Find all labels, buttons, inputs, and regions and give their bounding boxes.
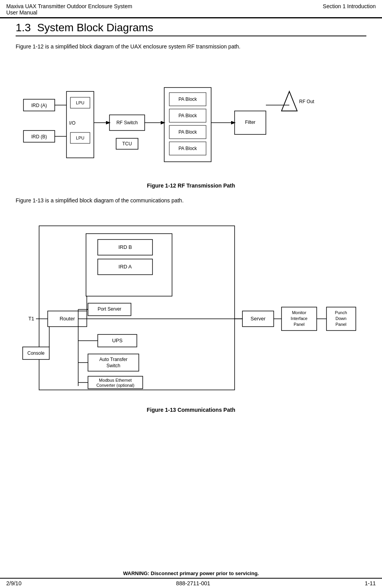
- svg-text:Console: Console: [27, 350, 45, 356]
- intro-text-1: Figure 1-12 is a simplified block diagra…: [16, 43, 366, 51]
- svg-text:Port Server: Port Server: [98, 306, 122, 312]
- footer: WARNING: Disconnect primary power prior …: [0, 569, 382, 588]
- svg-text:IRD A: IRD A: [118, 264, 132, 270]
- footer-date: 2/9/10: [6, 580, 22, 586]
- section-heading: 1.3 System Block Diagrams: [16, 21, 366, 36]
- svg-text:Server: Server: [251, 316, 266, 322]
- svg-text:LPU: LPU: [76, 136, 84, 140]
- svg-text:UPS: UPS: [112, 338, 123, 343]
- footer-page: 1-11: [365, 580, 376, 586]
- fig13-caption: Figure 1-13 Communications Path: [16, 407, 366, 413]
- header-left: Maxiva UAX Transmitter Outdoor Enclosure…: [6, 3, 132, 16]
- svg-text:IRD (A): IRD (A): [31, 103, 47, 108]
- intro-text-2: Figure 1-13 is a simplified block diagra…: [16, 197, 366, 205]
- svg-text:Modbus Ethernet: Modbus Ethernet: [99, 378, 132, 382]
- svg-text:I/O: I/O: [69, 120, 75, 126]
- svg-text:Punch: Punch: [335, 310, 347, 315]
- svg-text:Router: Router: [59, 316, 75, 322]
- svg-text:PA Block: PA Block: [178, 113, 197, 118]
- svg-text:Down: Down: [335, 316, 346, 321]
- svg-text:IRD B: IRD B: [118, 244, 132, 250]
- svg-text:Monitor: Monitor: [292, 310, 307, 315]
- svg-text:LPU: LPU: [76, 100, 84, 105]
- fig12-caption: Figure 1-12 RF Transmission Path: [16, 182, 366, 189]
- svg-text:IRD (B): IRD (B): [31, 134, 47, 139]
- svg-text:PA Block: PA Block: [178, 97, 197, 102]
- svg-text:PA Block: PA Block: [178, 129, 197, 135]
- svg-text:Switch: Switch: [106, 363, 120, 368]
- svg-text:Converter (optional): Converter (optional): [96, 383, 134, 388]
- svg-text:RF Out: RF Out: [299, 99, 314, 104]
- header-title: Maxiva UAX Transmitter Outdoor Enclosure…: [6, 3, 132, 9]
- svg-text:TCU: TCU: [122, 141, 132, 147]
- footer-warning: WARNING: Disconnect primary power prior …: [0, 569, 382, 578]
- header-section: Section 1 Introduction: [323, 3, 376, 9]
- comm-diagram: IRD B IRD A Port Server Router T1 Consol…: [16, 214, 366, 403]
- svg-text:PA Block: PA Block: [178, 146, 197, 151]
- rf-diagram: IRD (A) IRD (B) I/O LPU LPU RF Switch TC…: [16, 60, 366, 179]
- svg-text:Panel: Panel: [335, 322, 346, 327]
- svg-text:RF Switch: RF Switch: [117, 120, 138, 125]
- svg-marker-30: [282, 91, 297, 111]
- footer-doc: 888-2711-001: [176, 580, 210, 586]
- svg-text:Panel: Panel: [294, 322, 305, 327]
- header-subtitle: User Manual: [6, 9, 132, 16]
- page-header: Maxiva UAX Transmitter Outdoor Enclosure…: [0, 0, 382, 18]
- svg-text:Interface: Interface: [291, 316, 308, 321]
- svg-text:T1: T1: [28, 316, 34, 322]
- svg-text:Auto Transfer: Auto Transfer: [99, 357, 127, 362]
- svg-text:Filter: Filter: [245, 120, 256, 125]
- section-number: 1.3: [16, 21, 31, 34]
- section-title: System Block Diagrams: [37, 21, 153, 34]
